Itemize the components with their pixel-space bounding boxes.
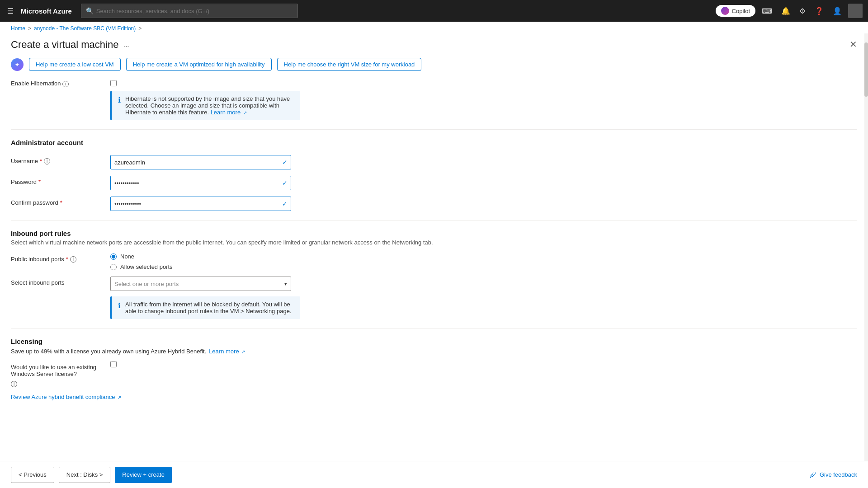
section-divider-1	[11, 129, 857, 130]
high-availability-vm-button[interactable]: Help me create a VM optimized for high a…	[126, 58, 272, 71]
select-ports-placeholder: Select one or more ports	[114, 281, 179, 287]
windows-license-checkbox[interactable]	[110, 361, 117, 367]
confirm-password-required: *	[60, 199, 62, 206]
confirm-password-label: Confirm password *	[11, 197, 110, 206]
radio-allow[interactable]: Allow selected ports	[110, 263, 173, 270]
ai-icon: ✦	[11, 58, 24, 71]
inbound-section-title: Inbound port rules	[11, 230, 857, 237]
public-ports-required: *	[66, 256, 68, 263]
username-label: Username * i	[11, 155, 110, 164]
hibernation-section: Enable Hibernation i ℹ Hibernate is not …	[11, 80, 857, 120]
help-icon[interactable]: ❓	[812, 4, 826, 18]
password-label: Password *	[11, 176, 110, 185]
public-ports-row: Public inbound ports * i None Allow sele…	[11, 253, 857, 270]
search-box[interactable]: 🔍	[81, 4, 298, 18]
give-feedback-button[interactable]: 🖊 Give feedback	[810, 471, 857, 479]
section-divider-3	[11, 328, 857, 328]
confirm-password-input[interactable]	[110, 197, 291, 211]
previous-button[interactable]: < Previous	[11, 467, 54, 483]
bell-icon[interactable]: 🔔	[778, 4, 793, 18]
hibernation-info-box: ℹ Hibernate is not supported by the imag…	[110, 91, 300, 120]
right-size-vm-button[interactable]: Help me choose the right VM size for my …	[277, 58, 422, 71]
user-icon[interactable]: 👤	[830, 4, 844, 18]
inbound-section-desc: Select which virtual machine network por…	[11, 239, 857, 246]
search-icon: 🔍	[86, 7, 94, 14]
hibernation-checkbox-wrap	[110, 80, 300, 86]
copilot-button[interactable]: Copilot	[716, 5, 755, 17]
username-required: *	[40, 158, 42, 164]
feedback-icon: 🖊	[810, 471, 817, 479]
windows-license-row: Would you like to use an existing Window…	[11, 361, 857, 387]
inbound-info-icon: ℹ	[118, 301, 121, 314]
password-required: *	[38, 178, 41, 185]
menu-icon[interactable]: ☰	[5, 5, 15, 17]
username-valid-icon: ✓	[282, 159, 288, 166]
licensing-section: Licensing Save up to 49% with a license …	[11, 338, 857, 400]
hibernation-info-icon[interactable]: i	[62, 81, 69, 87]
licensing-desc-row: Save up to 49% with a license you alread…	[11, 348, 857, 355]
licensing-learn-more-link[interactable]: Learn more ↗	[209, 348, 245, 355]
windows-license-label: Would you like to use an existing Window…	[11, 361, 110, 387]
info-icon: ℹ	[118, 96, 121, 116]
copilot-icon	[721, 7, 729, 15]
user-avatar	[848, 4, 863, 18]
password-control: ✓	[110, 176, 291, 190]
next-disks-button[interactable]: Next : Disks >	[59, 467, 111, 483]
username-row: Username * i ✓	[11, 155, 857, 169]
hybrid-benefit-link[interactable]: Review Azure hybrid benefit compliance ↗	[11, 394, 121, 400]
dropdown-arrow-icon: ▾	[284, 281, 287, 287]
public-ports-label: Public inbound ports * i	[11, 253, 110, 263]
terminal-icon[interactable]: ⌨	[759, 4, 775, 18]
select-ports-row: Select inbound ports Select one or more …	[11, 277, 857, 319]
search-input[interactable]	[96, 8, 293, 14]
more-options-icon[interactable]: ...	[123, 41, 129, 49]
hibernation-checkbox[interactable]	[110, 80, 117, 86]
select-ports-dropdown[interactable]: Select one or more ports ▾	[110, 277, 291, 291]
public-ports-info-icon[interactable]: i	[70, 256, 76, 263]
select-ports-control: Select one or more ports ▾ ℹ All traffic…	[110, 277, 300, 319]
public-ports-radio-group: None Allow selected ports	[110, 253, 173, 270]
windows-license-checkbox-wrap	[110, 361, 117, 369]
password-valid-icon: ✓	[282, 179, 288, 187]
hibernation-label: Enable Hibernation i	[11, 80, 110, 120]
select-ports-label: Select inbound ports	[11, 277, 110, 286]
hibernation-learn-more-link[interactable]: Learn more ↗	[211, 109, 247, 116]
hibernation-info-text: Hibernate is not supported by the image …	[125, 95, 294, 116]
breadcrumb-sep2: >	[138, 25, 142, 32]
breadcrumb-link2[interactable]: anynode - The Software SBC (VM Edition)	[34, 25, 136, 32]
windows-license-info-icon[interactable]: i	[11, 381, 17, 387]
admin-account-title: Administrator account	[11, 139, 857, 146]
password-input[interactable]	[110, 176, 291, 190]
main-content: Create a virtual machine ... ✕ ✦ Help me…	[0, 33, 868, 461]
confirm-password-valid-icon: ✓	[282, 200, 288, 207]
topbar: ☰ Microsoft Azure 🔍 Copilot ⌨ 🔔 ⚙ ❓ 👤	[0, 0, 868, 22]
admin-account-section: Administrator account Username * i ✓ Pas…	[11, 139, 857, 211]
settings-icon[interactable]: ⚙	[797, 4, 808, 18]
radio-none-input[interactable]	[110, 253, 117, 260]
radio-none[interactable]: None	[110, 253, 173, 260]
app-logo: Microsoft Azure	[21, 7, 72, 15]
radio-allow-input[interactable]	[110, 264, 117, 270]
inbound-info-box: ℹ All traffic from the internet will be …	[110, 296, 300, 319]
inbound-section: Inbound port rules Select which virtual …	[11, 230, 857, 319]
scroll-thumb	[864, 42, 868, 97]
username-info-icon[interactable]: i	[44, 158, 50, 164]
username-control: ✓	[110, 155, 291, 169]
breadcrumb-home[interactable]: Home	[11, 25, 25, 32]
page-header: Create a virtual machine ...	[11, 33, 857, 58]
low-cost-vm-button[interactable]: Help me create a low cost VM	[29, 58, 121, 71]
inbound-info-text: All traffic from the internet will be bl…	[125, 301, 294, 314]
ai-suggestions: ✦ Help me create a low cost VM Help me c…	[11, 58, 857, 71]
confirm-password-row: Confirm password * ✓	[11, 197, 857, 211]
page-title: Create a virtual machine	[11, 39, 118, 51]
review-create-button[interactable]: Review + create	[115, 467, 172, 483]
topbar-right: Copilot ⌨ 🔔 ⚙ ❓ 👤	[716, 4, 863, 18]
scroll-indicator[interactable]	[864, 33, 868, 461]
close-button[interactable]: ✕	[849, 39, 857, 50]
confirm-password-control: ✓	[110, 197, 291, 211]
licensing-title: Licensing	[11, 338, 857, 345]
hibernation-right: ℹ Hibernate is not supported by the imag…	[110, 80, 300, 120]
section-divider-2	[11, 220, 857, 221]
username-input[interactable]	[110, 155, 291, 169]
breadcrumb: Home > anynode - The Software SBC (VM Ed…	[0, 22, 868, 33]
